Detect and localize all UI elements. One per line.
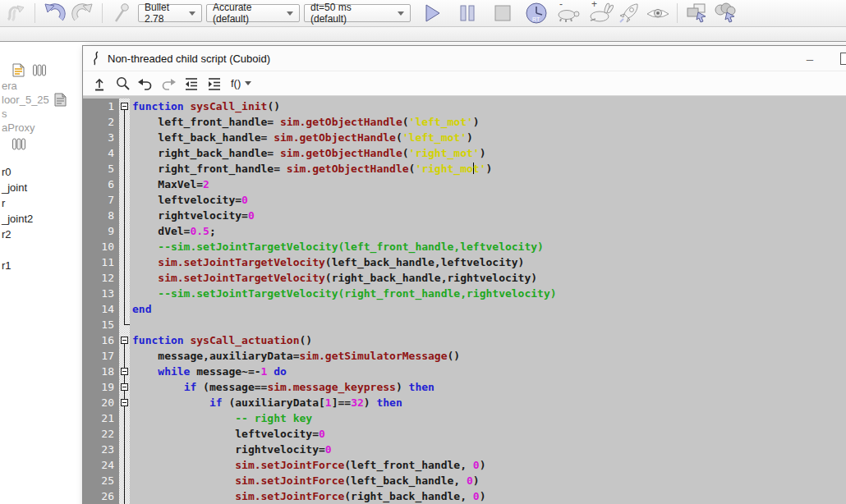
code-line[interactable]: 26 sim.setJointForce(right_back_handle, … bbox=[83, 488, 846, 504]
code-line[interactable]: 3 left_back_handle= sim.getObjectHandle(… bbox=[83, 130, 846, 145]
bars-icon[interactable] bbox=[32, 63, 47, 77]
code-line[interactable]: 5 right_front_handle= sim.getObjectHandl… bbox=[83, 161, 846, 176]
pause-simulation-button[interactable] bbox=[455, 1, 480, 25]
pin-button[interactable] bbox=[109, 1, 134, 25]
code-line-text: rightvelocity=0 bbox=[130, 208, 255, 223]
code-line[interactable]: 4 right_back_handle= sim.getObjectHandle… bbox=[83, 145, 846, 161]
chevron-down-icon bbox=[189, 11, 195, 16]
code-line-text: message,auxiliaryData=sim.getSimulatorMe… bbox=[130, 348, 460, 364]
undo-icon bbox=[43, 2, 66, 24]
code-line[interactable]: 6 MaxVel=2 bbox=[83, 176, 846, 192]
stop-icon bbox=[494, 4, 512, 22]
code-line[interactable]: 15 bbox=[83, 317, 846, 332]
code-line[interactable]: 13 --sim.setJointTargetVelocity(right_fr… bbox=[83, 286, 846, 301]
hierarchy-icons-row bbox=[0, 61, 82, 79]
reduce-speed-button[interactable]: - bbox=[556, 1, 581, 25]
redo-button[interactable] bbox=[71, 1, 95, 25]
visualization-toggle-button[interactable] bbox=[646, 1, 670, 25]
hierarchy-item-label: s bbox=[2, 108, 7, 120]
scene-hierarchy: eraloor_5_25saProxyr0_jointr_joint2r2r1 bbox=[0, 42, 82, 504]
functions-dropdown[interactable]: f() bbox=[228, 77, 255, 89]
minimize-button[interactable]: – bbox=[800, 46, 820, 71]
code-line[interactable]: 2 left_front_handle= sim.getObjectHandle… bbox=[83, 114, 846, 130]
code-line[interactable]: 11 sim.setJointTargetVelocity(left_back_… bbox=[83, 254, 846, 270]
line-number: 9 bbox=[83, 223, 119, 239]
physics-engine-dropdown[interactable]: Bullet 2.78 bbox=[138, 4, 202, 22]
code-line[interactable]: 24 sim.setJointForce(left_front_handle, … bbox=[83, 457, 846, 473]
code-line[interactable]: 18 while message~=-1 do bbox=[83, 364, 846, 379]
code-line[interactable]: 21 -- right key bbox=[83, 410, 846, 426]
code-line[interactable]: 1function sysCall_init() bbox=[83, 99, 846, 114]
increase-speed-button[interactable]: + bbox=[588, 1, 613, 25]
fold-toggle[interactable] bbox=[119, 364, 130, 379]
hierarchy-item-aProxy[interactable]: aProxy bbox=[0, 121, 82, 135]
code-line-text: left_back_handle= sim.getObjectHandle('l… bbox=[130, 130, 473, 145]
window-titlebar[interactable]: Non-threaded child script (Cuboid) – bbox=[83, 46, 846, 71]
fold-toggle[interactable] bbox=[119, 99, 130, 114]
code-line[interactable]: 25 sim.setJointForce(left_back_handle, 0… bbox=[83, 473, 846, 488]
code-line[interactable]: 23 rightvelocity=0 bbox=[83, 442, 846, 457]
page-selector-button[interactable] bbox=[684, 1, 709, 25]
save-script-button[interactable] bbox=[90, 74, 109, 94]
undo-button[interactable] bbox=[42, 1, 67, 25]
fold-margin bbox=[119, 301, 130, 317]
accuracy-dropdown[interactable]: Accurate (default) bbox=[206, 4, 300, 22]
code-line[interactable]: 16function sysCall_actuation() bbox=[83, 332, 846, 348]
editor-undo-button[interactable] bbox=[136, 74, 155, 94]
code-line-text: MaxVel=2 bbox=[130, 176, 209, 192]
code-line[interactable]: 7 leftvelocity=0 bbox=[83, 192, 846, 208]
fold-margin bbox=[119, 114, 130, 130]
code-line[interactable]: 20 if (auxiliaryData[1]==32) then bbox=[83, 395, 846, 410]
script-glyph-icon bbox=[90, 50, 101, 66]
script-icon[interactable] bbox=[53, 93, 67, 107]
code-line[interactable]: 22 leftvelocity=0 bbox=[83, 426, 846, 442]
search-button[interactable] bbox=[113, 74, 132, 94]
model-handling-button[interactable] bbox=[3, 1, 28, 25]
hierarchy-item-r2[interactable]: r2 bbox=[0, 227, 82, 242]
indent-button[interactable] bbox=[205, 74, 224, 94]
code-line[interactable]: 9 dVel=0.5; bbox=[83, 223, 846, 239]
hierarchy-item-_joint2[interactable]: _joint2 bbox=[0, 211, 82, 227]
code-line[interactable]: 14end bbox=[83, 301, 846, 317]
line-number: 19 bbox=[83, 379, 119, 395]
timestep-dropdown[interactable]: dt=50 ms (default) bbox=[304, 4, 411, 22]
fold-toggle[interactable] bbox=[119, 379, 130, 395]
fold-margin bbox=[119, 426, 130, 442]
hierarchy-item-r0[interactable]: r0 bbox=[0, 164, 82, 180]
hierarchy-item-label: r0 bbox=[2, 166, 11, 178]
editor-redo-button[interactable] bbox=[159, 74, 178, 94]
stop-simulation-button[interactable] bbox=[490, 1, 515, 25]
hierarchy-spacer bbox=[0, 153, 82, 164]
code-line[interactable]: 10 --sim.setJointTargetVelocity(left_fro… bbox=[83, 239, 846, 254]
hierarchy-item-era[interactable]: era bbox=[0, 79, 82, 93]
object-selector-button[interactable] bbox=[713, 1, 738, 25]
line-number: 26 bbox=[83, 488, 119, 504]
maximize-button[interactable] bbox=[840, 53, 846, 65]
hierarchy-item-s[interactable]: s bbox=[0, 107, 82, 121]
threaded-rendering-button[interactable] bbox=[617, 1, 641, 25]
fold-margin bbox=[119, 239, 130, 254]
fold-toggle[interactable] bbox=[119, 395, 130, 410]
start-simulation-button[interactable] bbox=[420, 1, 444, 25]
code-line[interactable]: 17 message,auxiliaryData=sim.getSimulato… bbox=[83, 348, 846, 364]
code-line[interactable]: 19 if (message==sim.message_keypress) th… bbox=[83, 379, 846, 395]
code-line[interactable]: 12 sim.setJointTargetVelocity(right_back… bbox=[83, 270, 846, 286]
line-number: 13 bbox=[83, 286, 119, 301]
real-time-mode-button[interactable]: RT bbox=[524, 1, 549, 25]
hierarchy-item-r1[interactable]: r1 bbox=[0, 258, 82, 273]
hierarchy-item-loor_5_25[interactable]: loor_5_25 bbox=[0, 93, 82, 107]
code-editor[interactable]: 1function sysCall_init()2 left_front_han… bbox=[83, 96, 846, 504]
code-line-text: leftvelocity=0 bbox=[130, 426, 325, 442]
fold-toggle[interactable] bbox=[119, 332, 130, 348]
bars-icon[interactable] bbox=[11, 137, 26, 151]
unindent-button[interactable] bbox=[182, 74, 201, 94]
line-number: 8 bbox=[83, 208, 119, 223]
fold-margin bbox=[119, 176, 130, 192]
hierarchy-item-_joint[interactable]: _joint bbox=[0, 180, 82, 195]
code-line-text: dVel=0.5; bbox=[130, 223, 216, 239]
pause-icon bbox=[458, 3, 476, 23]
code-line-text: sim.setJointTargetVelocity(right_back_ha… bbox=[130, 270, 537, 286]
code-line[interactable]: 8 rightvelocity=0 bbox=[83, 208, 846, 223]
hierarchy-item-r[interactable]: r bbox=[0, 195, 82, 211]
script-icon[interactable] bbox=[11, 63, 25, 77]
